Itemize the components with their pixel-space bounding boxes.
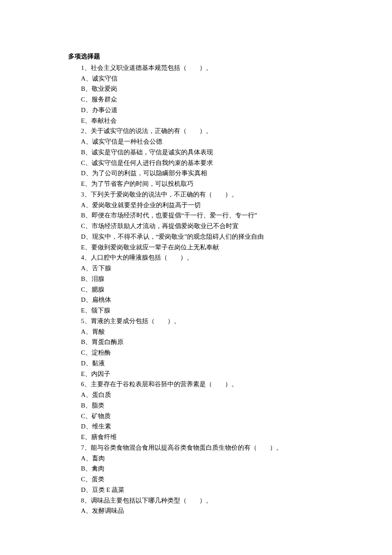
question-option: C、蛋类 xyxy=(81,474,324,485)
question-option: C、矿物质 xyxy=(81,411,324,422)
question-option: A、发酵调味品 xyxy=(81,506,324,516)
question-stem: 7、能与谷类食物混合食用以提高谷类食物蛋白质生物价的有（ ）。 xyxy=(81,442,324,453)
question-option: C、腮腺 xyxy=(81,284,324,295)
question-option: E、颌下腺 xyxy=(81,305,324,316)
question-block: 2、关于诚实守信的说法，正确的有（ ）。 A、诚实守信是一种社会公德 B、诚实是… xyxy=(68,126,324,189)
question-option: E、要做到爱岗敬业就应一辈子在岗位上无私奉献 xyxy=(81,242,324,253)
question-option: E、膳食纤维 xyxy=(81,432,324,442)
question-option: B、诚实是守信的基础，守信是诚实的具体表现 xyxy=(81,147,324,158)
question-option: B、禽肉 xyxy=(81,463,324,474)
question-stem: 4、人口腔中大的唾液腺包括（ ）。 xyxy=(81,252,324,263)
question-option: B、即便在市场经济时代，也要提倡“干一行、爱一行、专一行” xyxy=(81,210,324,221)
question-option: A、诚实守信 xyxy=(81,73,324,84)
question-option: A、胃酸 xyxy=(81,327,324,337)
question-option: B、泪腺 xyxy=(81,274,324,284)
question-option: D、为了公司的利益，可以隐瞒部分事实真相 xyxy=(81,168,324,179)
question-stem: 2、关于诚实守信的说法，正确的有（ ）。 xyxy=(81,126,324,136)
question-option: B、胃蛋白酶原 xyxy=(81,337,324,347)
question-option: C、诚实守信是任何人进行自我约束的基本要求 xyxy=(81,158,324,168)
question-option: E、内因子 xyxy=(81,369,324,379)
question-option: E、为了节省客户的时间，可以投机取巧 xyxy=(81,179,324,189)
question-option: B、脂类 xyxy=(81,400,324,411)
question-option: D、现实中，不得不承认，“爱岗敬业”的观念阻碍人们的择业自由 xyxy=(81,231,324,242)
question-block: 6、主要存在于谷粒表层和谷胚中的营养素是（ ）。 A、蛋白质 B、脂类 C、矿物… xyxy=(68,379,324,442)
question-block: 3、下列关于爱岗敬业的说法中，不正确的有（ ）。 A、爱岗敬业就要坚持企业的利益… xyxy=(68,189,324,253)
question-option: C、淀粉酶 xyxy=(81,347,324,358)
question-option: C、市场经济鼓励人才流动，再提倡爱岗敬业已不合时宜 xyxy=(81,221,324,231)
question-option: D、黏液 xyxy=(81,358,324,369)
question-option: D、扁桃体 xyxy=(81,295,324,305)
question-option: B、敬业爱岗 xyxy=(81,84,324,94)
question-block: 7、能与谷类食物混合食用以提高谷类食物蛋白质生物价的有（ ）。 A、畜肉 B、禽… xyxy=(68,442,324,495)
question-option: A、畜肉 xyxy=(81,453,324,464)
question-block: 8、调味品主要包括以下哪几种类型（ ）。 A、发酵调味品 xyxy=(68,495,324,517)
question-option: A、诚实守信是一种社会公德 xyxy=(81,136,324,147)
question-block: 4、人口腔中大的唾液腺包括（ ）。 A、舌下腺 B、泪腺 C、腮腺 D、扁桃体 … xyxy=(68,252,324,316)
question-stem: 3、下列关于爱岗敬业的说法中，不正确的有（ ）。 xyxy=(81,189,324,200)
question-stem: 5、胃液的主要成分包括（ ）。 xyxy=(81,316,324,327)
question-option: A、舌下腺 xyxy=(81,263,324,274)
question-option: C、服务群众 xyxy=(81,94,324,105)
question-option: A、蛋白质 xyxy=(81,390,324,400)
question-stem: 8、调味品主要包括以下哪几种类型（ ）。 xyxy=(81,495,324,506)
question-option: E、奉献社会 xyxy=(81,116,324,126)
question-option: D、维生素 xyxy=(81,421,324,432)
section-title: 多项选择题 xyxy=(68,51,324,62)
question-option: A、爱岗敬业就要坚持企业的利益高于一切 xyxy=(81,200,324,211)
question-block: 5、胃液的主要成分包括（ ）。 A、胃酸 B、胃蛋白酶原 C、淀粉酶 D、黏液 … xyxy=(68,316,324,379)
question-option: D、豆类 E 蔬菜 xyxy=(81,485,324,495)
question-block: 1、社会主义职业道德基本规范包括（ ）。 A、诚实守信 B、敬业爱岗 C、服务群… xyxy=(68,63,324,126)
question-stem: 6、主要存在于谷粒表层和谷胚中的营养素是（ ）。 xyxy=(81,379,324,390)
question-stem: 1、社会主义职业道德基本规范包括（ ）。 xyxy=(81,63,324,73)
question-option: D、办事公道 xyxy=(81,105,324,116)
